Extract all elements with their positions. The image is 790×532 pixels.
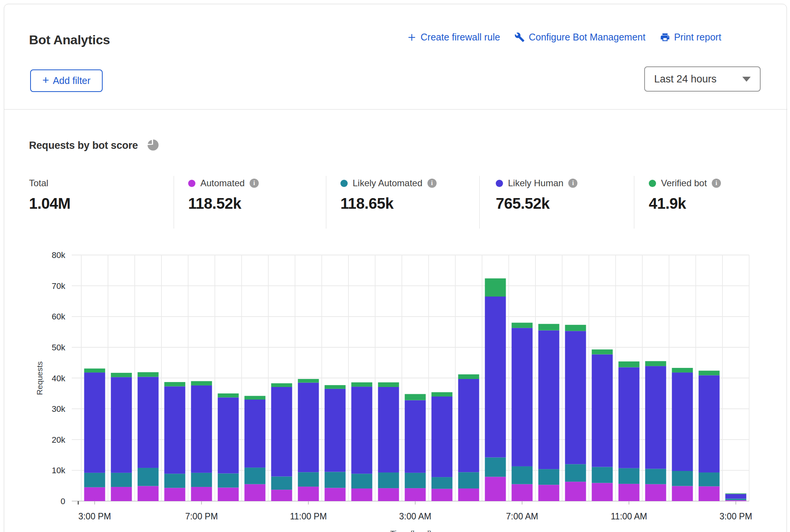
x-axis-tick-label: 11:00 PM [290,511,327,521]
bar-segment-automated [298,487,319,501]
axis-title-y: Requests [35,361,44,395]
bar-segment-automated [699,486,720,501]
bar-segment-likely-automated [458,472,479,488]
bar-segment-automated [111,487,132,501]
x-axis-tick-label: 7:00 AM [506,511,538,521]
bar-segment-likely-human [645,366,666,469]
bar-segment-likely-automated [298,472,319,487]
stat-divider [326,176,326,229]
stat-label: Likely Human [508,178,563,189]
legend-dot [496,180,503,187]
bar-segment-likely-automated [645,469,666,484]
stat-verified-bot: Verified boti41.9k [649,177,721,212]
stat-divider [634,176,634,229]
bar-segment-automated [245,484,266,501]
x-axis-tick-label: 3:00 AM [399,511,431,521]
bar-segment-likely-automated [164,474,185,488]
plus-icon: + [42,74,49,87]
stat-label: Automated [200,178,245,189]
legend-dot [188,180,195,187]
action-link-label: Configure Bot Management [529,32,645,43]
bar-segment-likely-automated [245,468,266,484]
bar-segment-automated [592,483,613,501]
bar-segment-likely-human [512,328,533,466]
create-firewall-rule-link[interactable]: Create firewall rule [407,32,500,43]
bar-segment-verified-bot [512,323,533,328]
stat-label-row: Likely Automatedi [340,177,437,190]
x-axis-tick-label: 3:00 PM [719,511,752,521]
bar-segment-verified-bot [298,379,319,383]
bar-segment-likely-automated [405,473,426,488]
x-axis-tick-label: 11:00 AM [611,511,647,521]
time-range-value: Last 24 hours [654,73,742,85]
stat-label-row: Automatedi [188,177,259,190]
y-axis-tick-label: 30k [52,404,66,414]
bar-segment-verified-bot [351,382,372,387]
stat-label: Total [29,178,48,189]
bar-segment-likely-human [84,372,105,473]
bar-segment-likely-human [619,367,640,468]
info-icon[interactable]: i [568,179,577,188]
stat-value: 41.9k [649,195,721,212]
bar-segment-automated [538,485,559,501]
bar-segment-likely-human [271,387,292,477]
bar-segment-verified-bot [485,278,506,297]
bar-segment-verified-bot [592,350,613,355]
bar-segment-likely-human [458,379,479,472]
bar-segment-verified-bot [191,381,212,385]
legend-dot [340,180,348,187]
bar-segment-verified-bot [538,324,559,330]
y-axis-tick-label: 0 [61,497,65,506]
stat-divider [479,176,480,229]
bar-segment-verified-bot [325,385,346,389]
y-axis-tick-label: 70k [52,281,66,291]
bar-segment-likely-human [672,372,693,471]
stat-divider [174,176,174,229]
page-title: Bot Analytics [29,32,110,47]
section-heading-row: Requests by bot score [29,139,159,153]
bar-segment-automated [565,482,586,501]
action-link-label: Create firewall rule [421,32,500,43]
bar-segment-automated [218,488,239,501]
bar-segment-likely-automated [378,472,399,488]
add-filter-button[interactable]: + Add filter [30,69,103,92]
bar-segment-automated [378,488,399,501]
bar-segment-verified-bot [378,382,399,387]
bar-segment-likely-automated [619,468,640,484]
bar-segment-automated [84,487,105,501]
stat-value: 118.52k [188,195,259,212]
header-divider [4,109,787,110]
info-icon[interactable]: i [427,179,437,188]
bar-segment-likely-human [351,387,372,474]
bar-segment-automated [138,486,159,501]
info-icon[interactable]: i [250,179,259,188]
stat-value: 765.52k [496,195,577,212]
printer-icon [660,32,670,42]
bar-segment-likely-automated [111,473,132,487]
bar-segment-verified-bot [245,396,266,400]
chevron-down-icon [742,77,751,82]
bar-segment-verified-bot [218,393,239,397]
stat-likely-human: Likely Humani765.52k [496,177,577,212]
bar-segment-likely-human [485,297,506,458]
bar-segment-likely-automated [138,468,159,486]
action-link-label: Print report [674,32,721,43]
bar-segment-likely-automated [191,473,212,487]
bar-segment-verified-bot [619,361,640,367]
axis-title-x: Time (local) [390,529,432,532]
configure-bot-management-link[interactable]: Configure Bot Management [514,32,645,43]
bar-segment-likely-automated [726,499,746,500]
header-actions: Create firewall rule Configure Bot Manag… [407,32,721,43]
y-axis-tick-label: 80k [52,250,66,260]
bar-segment-verified-bot [645,361,666,366]
bar-segment-verified-bot [271,383,292,387]
info-icon[interactable]: i [712,179,721,188]
y-axis-tick-label: 40k [52,374,66,383]
time-range-dropdown[interactable]: Last 24 hours [644,66,761,92]
print-report-link[interactable]: Print report [660,32,721,43]
stat-label-row: Likely Humani [496,177,577,190]
bar-segment-likely-human [565,331,586,464]
y-axis-tick-label: 50k [52,343,66,352]
bar-segment-likely-human [378,387,399,472]
bar-segment-likely-automated [84,473,105,487]
